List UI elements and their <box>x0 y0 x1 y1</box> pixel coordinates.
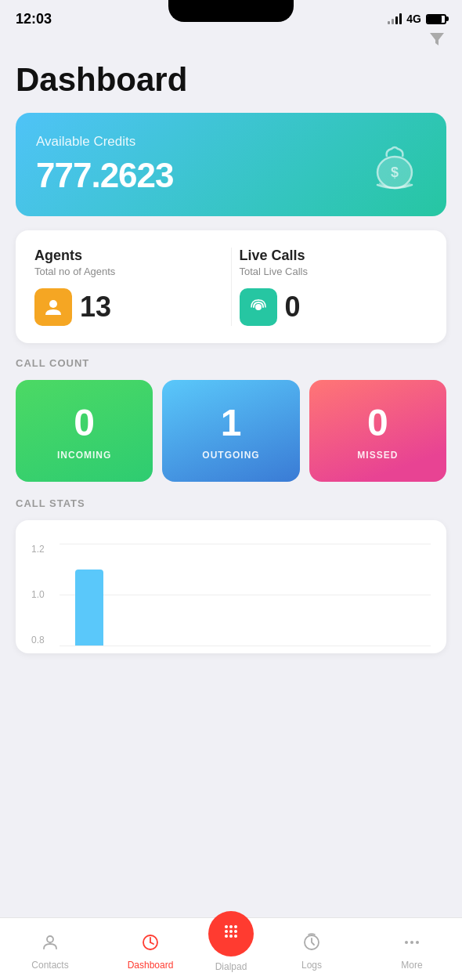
svg-point-8 <box>229 925 233 928</box>
logs-label: Logs <box>301 960 322 971</box>
missed-label: MISSED <box>357 450 398 461</box>
svg-point-4 <box>255 304 262 310</box>
live-calls-count: 0 <box>285 291 301 324</box>
battery-icon <box>426 14 446 24</box>
agents-icon-box <box>34 288 72 326</box>
dashboard-label: Dashboard <box>128 960 174 971</box>
missed-card: 0 MISSED <box>309 380 446 482</box>
svg-point-18 <box>410 941 413 944</box>
chart-area: 1.2 1.0 0.8 <box>31 544 431 645</box>
chart-bar-1 <box>75 570 103 646</box>
dialpad-button[interactable] <box>208 911 254 956</box>
chart-y-label-08: 0.8 <box>31 635 53 645</box>
live-calls-title: Live Calls <box>240 248 428 264</box>
svg-text:$: $ <box>391 165 399 180</box>
stat-divider <box>231 248 232 326</box>
live-calls-subtitle: Total Live Calls <box>240 266 428 277</box>
dashboard-icon <box>141 933 160 956</box>
signal-icon <box>388 13 402 24</box>
agents-title: Agents <box>34 248 223 264</box>
svg-point-7 <box>225 925 228 928</box>
incoming-card: 0 INCOMING <box>16 380 153 482</box>
status-time: 12:03 <box>16 11 52 27</box>
filter-icon[interactable] <box>428 30 446 53</box>
dialpad-label: Dialpad <box>215 961 247 972</box>
page-content: Dashboard Available Credits 777.2623 $ A… <box>0 53 462 653</box>
credits-card: Available Credits 777.2623 $ <box>16 113 446 216</box>
call-count-section-label: CALL COUNT <box>16 357 446 369</box>
chart-grid-line-bottom <box>60 645 431 646</box>
bottom-nav: Contacts Dashboard <box>0 917 462 980</box>
chart-y-label-10: 1.0 <box>31 589 53 600</box>
dialpad-icon <box>222 923 240 945</box>
contacts-icon <box>41 933 60 956</box>
svg-point-11 <box>229 930 233 933</box>
live-calls-stat-row: 0 <box>240 288 428 326</box>
svg-point-17 <box>405 941 408 944</box>
nav-dialpad[interactable]: Dialpad <box>200 927 262 972</box>
call-stats-section-label: CALL STATS <box>16 497 446 509</box>
nav-dashboard[interactable]: Dashboard <box>100 928 200 971</box>
svg-point-5 <box>47 936 53 942</box>
chart-y-labels: 1.2 1.0 0.8 <box>31 544 53 645</box>
more-icon <box>402 933 421 956</box>
svg-point-13 <box>225 935 228 938</box>
svg-point-10 <box>225 930 228 933</box>
outgoing-count: 1 <box>221 404 242 442</box>
svg-point-15 <box>234 935 237 938</box>
network-label: 4G <box>406 13 421 25</box>
chart-y-label-12: 1.2 <box>31 544 53 555</box>
logs-icon <box>302 933 321 956</box>
top-action-bar <box>0 22 462 53</box>
svg-point-3 <box>49 300 57 308</box>
live-calls-icon-box <box>240 288 277 326</box>
nav-contacts[interactable]: Contacts <box>0 928 100 971</box>
live-calls-block: Live Calls Total Live Calls 0 <box>240 248 428 326</box>
svg-point-14 <box>229 935 233 938</box>
agents-live-calls-card: Agents Total no of Agents 13 Live Calls … <box>16 230 446 343</box>
contacts-label: Contacts <box>31 960 68 971</box>
agents-stat-row: 13 <box>34 288 223 326</box>
nav-logs[interactable]: Logs <box>262 928 362 971</box>
call-count-row: 0 INCOMING 1 OUTGOING 0 MISSED <box>16 380 446 482</box>
chart-bar-container <box>60 544 431 645</box>
status-icons: 4G <box>388 13 446 25</box>
missed-count: 0 <box>367 404 388 442</box>
credits-info: Available Credits 777.2623 <box>36 134 174 195</box>
outgoing-label: OUTGOING <box>202 450 259 461</box>
agents-count: 13 <box>80 291 111 324</box>
agents-block: Agents Total no of Agents 13 <box>34 248 223 326</box>
credits-value: 777.2623 <box>36 156 174 195</box>
svg-point-9 <box>234 925 237 928</box>
page-title: Dashboard <box>16 61 446 99</box>
svg-point-19 <box>416 941 419 944</box>
credits-money-icon: $ <box>363 132 426 197</box>
phone-notch <box>168 0 294 22</box>
credits-label: Available Credits <box>36 134 174 150</box>
outgoing-card: 1 OUTGOING <box>162 380 299 482</box>
call-stats-card: 1.2 1.0 0.8 <box>16 520 446 653</box>
incoming-count: 0 <box>74 404 95 442</box>
more-label: More <box>401 960 422 971</box>
nav-more[interactable]: More <box>362 928 462 971</box>
incoming-label: INCOMING <box>57 450 111 461</box>
agents-subtitle: Total no of Agents <box>34 266 223 277</box>
svg-point-12 <box>234 930 237 933</box>
svg-marker-0 <box>430 33 444 45</box>
chart-grid-area <box>60 544 431 645</box>
